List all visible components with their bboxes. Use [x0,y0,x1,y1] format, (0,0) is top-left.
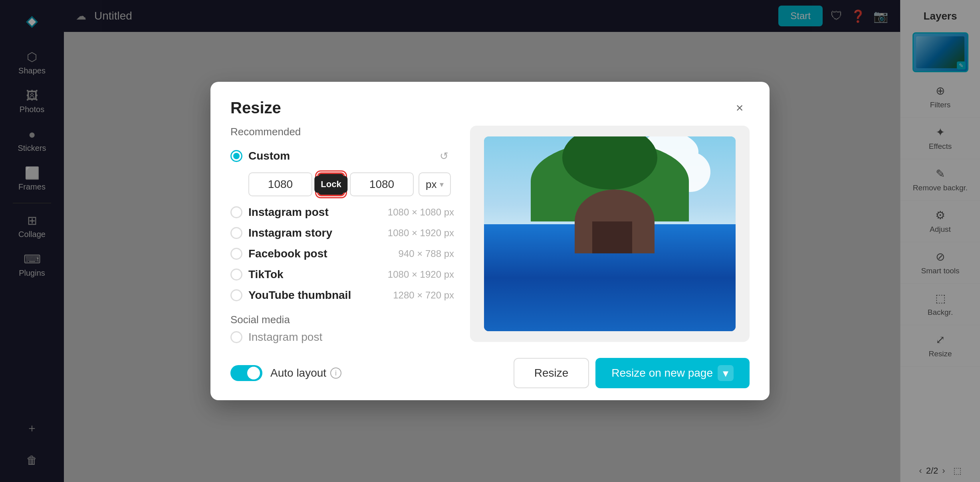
auto-layout-info-icon[interactable]: i [330,367,341,379]
instagram-story-size: 1080 × 1920 px [388,227,454,239]
instagram-story-radio[interactable] [230,227,242,239]
footer-buttons: Resize Resize on new page ▾ [514,358,750,388]
sm-instagram-post-option[interactable]: Instagram post [230,331,454,344]
social-media-title: Social media [230,314,454,326]
modal-options-panel: Recommended Custom ↺ [230,126,454,350]
reset-button[interactable]: ↺ [434,146,454,166]
resize-modal: Resize × Recommended Custom ↺ [210,82,770,400]
instagram-post-label: Instagram post [248,206,382,219]
unit-chevron-icon: ▾ [440,180,444,189]
auto-layout-label: Auto layout i [270,367,341,379]
width-input[interactable] [248,172,312,196]
resize-new-chevron[interactable]: ▾ [718,365,734,381]
unit-selector[interactable]: px ▾ [419,172,451,196]
modal-close-button[interactable]: × [730,98,750,118]
options-list: Instagram post 1080 × 1080 px Instagram … [230,206,454,350]
height-input[interactable] [350,172,414,196]
youtube-thumbnail-option[interactable]: YouTube thumbnail 1280 × 720 px [230,289,454,302]
lock-tooltip-label: Lock [314,176,347,193]
custom-option-row[interactable]: Custom ↺ [230,146,454,166]
modal-backdrop[interactable]: Resize × Recommended Custom ↺ [0,0,980,482]
youtube-radio[interactable] [230,289,242,301]
sm-instagram-post-label: Instagram post [248,331,454,344]
instagram-story-option[interactable]: Instagram story 1080 × 1920 px [230,227,454,239]
dimension-inputs-row: Lock px ▾ [248,172,454,196]
tiktok-label: TikTok [248,268,382,281]
lock-button-wrapper: Lock [317,172,345,196]
unit-value: px [426,178,436,191]
resize-new-page-button[interactable]: Resize on new page ▾ [595,358,750,388]
facebook-post-size: 940 × 788 px [399,248,454,259]
facebook-post-label: Facebook post [248,247,393,260]
modal-title: Resize [230,99,281,117]
auto-layout-row: Auto layout i [230,365,341,381]
custom-option-label: Custom [248,150,428,162]
youtube-label: YouTube thumbnail [248,289,387,302]
tiktok-radio[interactable] [230,269,242,281]
preview-panel [470,126,750,342]
modal-header: Resize × [210,82,770,126]
custom-radio[interactable] [230,150,242,162]
preview-image [484,136,736,331]
instagram-post-option[interactable]: Instagram post 1080 × 1080 px [230,206,454,219]
tiktok-option[interactable]: TikTok 1080 × 1920 px [230,268,454,281]
modal-footer: Auto layout i Resize Resize on new page … [210,350,770,400]
sm-instagram-post-radio[interactable] [230,331,242,343]
instagram-post-radio[interactable] [230,206,242,218]
instagram-post-size: 1080 × 1080 px [388,207,454,218]
auto-layout-toggle[interactable] [230,365,262,381]
recommended-section-title: Recommended [230,126,454,138]
instagram-story-label: Instagram story [248,227,382,239]
resize-button[interactable]: Resize [514,358,589,388]
modal-body: Recommended Custom ↺ [210,126,770,350]
facebook-post-option[interactable]: Facebook post 940 × 788 px [230,247,454,260]
facebook-post-radio[interactable] [230,248,242,260]
preview-house [592,221,632,253]
youtube-size: 1280 × 720 px [393,290,454,301]
preview-island [522,166,698,253]
tiktok-size: 1080 × 1920 px [388,269,454,280]
